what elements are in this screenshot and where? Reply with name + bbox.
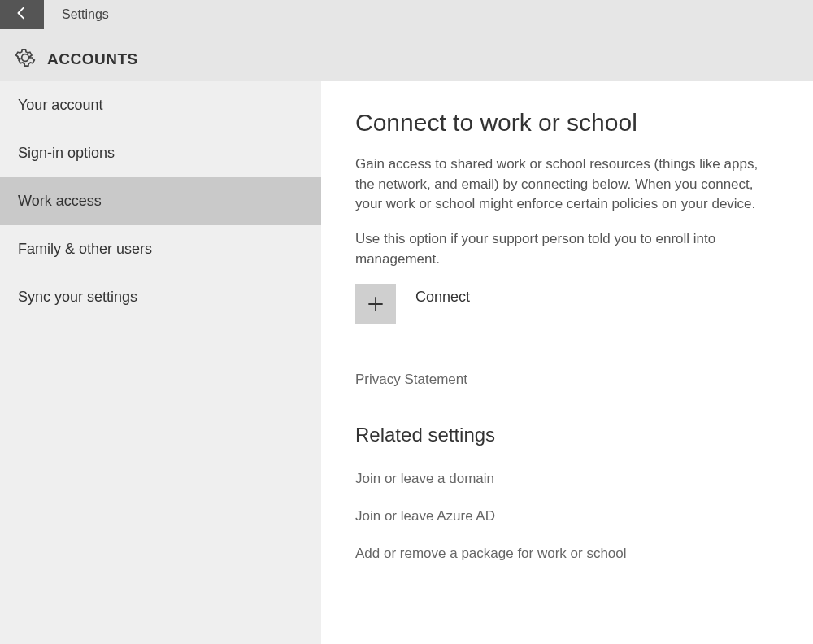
- category-row: ACCOUNTS: [0, 47, 813, 72]
- sidebar-item-label: Family & other users: [18, 241, 152, 257]
- sidebar-item-sync-settings[interactable]: Sync your settings: [0, 273, 321, 321]
- back-button[interactable]: [0, 0, 44, 29]
- sidebar-item-your-account[interactable]: Your account: [0, 81, 321, 129]
- sidebar-item-label: Your account: [18, 97, 102, 113]
- category-label: ACCOUNTS: [47, 50, 138, 68]
- header-bar: Settings ACCOUNTS: [0, 0, 813, 81]
- back-arrow-icon: [13, 4, 31, 25]
- privacy-statement-link[interactable]: Privacy Statement: [355, 372, 795, 388]
- sidebar-item-family-users[interactable]: Family & other users: [0, 225, 321, 273]
- sidebar-item-label: Sign-in options: [18, 145, 115, 161]
- body-wrap: Your account Sign-in options Work access…: [0, 81, 813, 644]
- sidebar-item-work-access[interactable]: Work access: [0, 177, 321, 225]
- page-heading: Connect to work or school: [355, 109, 795, 137]
- sidebar: Your account Sign-in options Work access…: [0, 81, 321, 644]
- main-panel: Connect to work or school Gain access to…: [321, 81, 813, 644]
- related-settings-heading: Related settings: [355, 424, 795, 446]
- sidebar-item-label: Work access: [18, 193, 102, 209]
- description-paragraph-1: Gain access to shared work or school res…: [355, 154, 778, 215]
- gear-icon: [15, 47, 36, 72]
- sidebar-item-signin-options[interactable]: Sign-in options: [0, 129, 321, 177]
- connect-button[interactable]: Connect: [355, 284, 470, 324]
- related-link-domain[interactable]: Join or leave a domain: [355, 471, 795, 487]
- description-paragraph-2: Use this option if your support person t…: [355, 229, 778, 269]
- related-link-package[interactable]: Add or remove a package for work or scho…: [355, 546, 795, 562]
- plus-icon: [355, 284, 396, 324]
- connect-label: Connect: [415, 289, 470, 306]
- sidebar-item-label: Sync your settings: [18, 289, 137, 305]
- related-link-azure-ad[interactable]: Join or leave Azure AD: [355, 508, 795, 524]
- header-top-row: Settings: [0, 0, 813, 29]
- app-title: Settings: [62, 7, 109, 22]
